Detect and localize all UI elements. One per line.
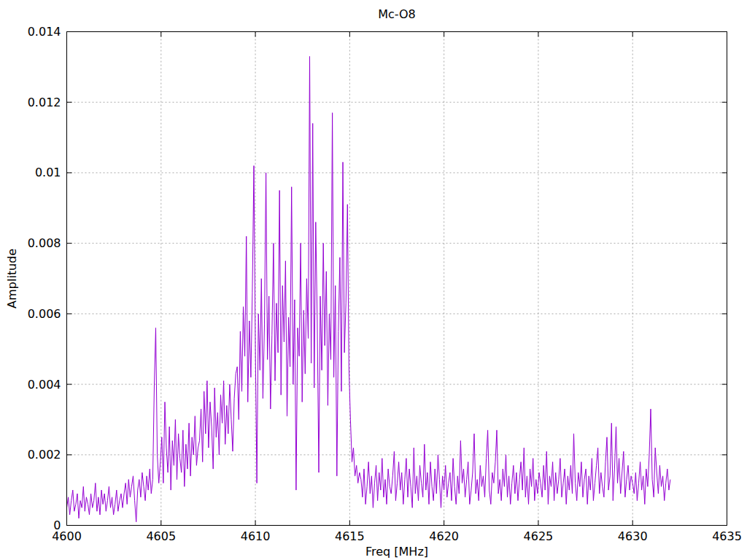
- x-tick-label: 4605: [146, 529, 176, 543]
- y-tick-label: 0: [53, 518, 61, 532]
- x-tick-label: 4625: [524, 529, 554, 543]
- x-tick-label: 4620: [429, 529, 459, 543]
- chart-title: Mc-O8: [378, 7, 416, 21]
- x-tick-label: 4615: [335, 529, 365, 543]
- y-tick-label: 0.01: [35, 166, 61, 179]
- y-tick-label: 0.012: [28, 96, 61, 109]
- data-trace: [67, 56, 670, 521]
- x-tick-label: 4610: [241, 529, 271, 543]
- spectrum-plot: Mc-O8 Freq [MHz] Amplitude 4600460546104…: [0, 0, 747, 560]
- y-tick-label: 0.006: [28, 307, 61, 321]
- y-tick-label: 0.014: [28, 25, 61, 39]
- x-axis-label: Freq [MHz]: [365, 545, 428, 559]
- plot-area: 4600460546104615462046254630463500.0020.…: [28, 25, 742, 543]
- chart-canvas: Mc-O8 Freq [MHz] Amplitude 4600460546104…: [0, 0, 747, 560]
- y-tick-label: 0.002: [28, 448, 61, 462]
- plot-border: [67, 32, 727, 526]
- x-tick-label: 4635: [712, 529, 742, 543]
- y-axis-label: Amplitude: [5, 249, 19, 308]
- y-tick-label: 0.008: [28, 236, 61, 250]
- x-tick-label: 4630: [618, 529, 648, 543]
- y-tick-label: 0.004: [28, 378, 61, 392]
